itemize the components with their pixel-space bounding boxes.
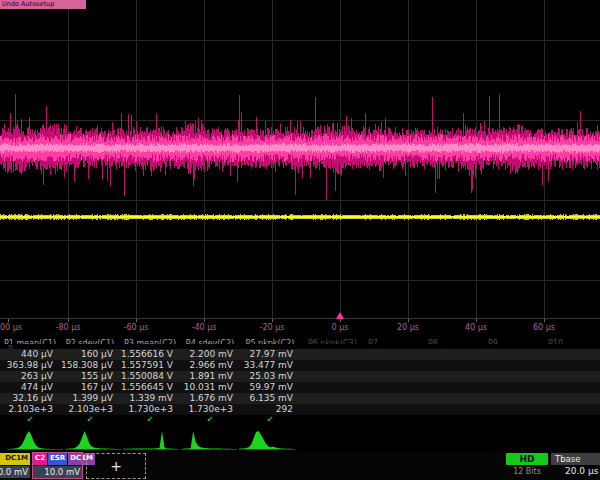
- c1-vertical-scale: 10.0 mV: [0, 466, 30, 478]
- measurement-stat-row: 363.98 µV158.308 µV1.557591 V2.966 mV33.…: [0, 360, 600, 371]
- histicon-thumbnail[interactable]: [239, 429, 295, 451]
- measurement-value: [540, 393, 600, 404]
- measurement-value: [420, 349, 480, 360]
- measurement-status-check: ✔: [240, 415, 300, 425]
- measurement-value: 158.308 µV: [60, 360, 120, 371]
- measurement-status-check: [300, 415, 360, 425]
- measurement-stat-row: 2.103e+32.103e+31.730e+31.730e+3292: [0, 404, 600, 415]
- measurement-header-inactive[interactable]: P8: [420, 338, 480, 344]
- c2-esr-badge: ESR: [48, 453, 67, 465]
- measurement-value: 160 µV: [60, 349, 120, 360]
- timebase-scale: 20.0 µs: [551, 465, 600, 477]
- histicon-thumbnail[interactable]: [7, 429, 63, 451]
- measurement-status-check: [360, 415, 420, 425]
- measurement-header-inactive[interactable]: P6 pkpk(C3): [300, 338, 360, 344]
- axis-tick-label: -20 µs: [260, 323, 285, 332]
- measurement-value: [300, 404, 360, 415]
- histicon-row: [0, 428, 600, 452]
- measurement-value: [480, 349, 540, 360]
- measurement-value: 2.103e+3: [60, 404, 120, 415]
- undo-autosetup-button[interactable]: Undo Autosetup: [0, 0, 86, 9]
- measurement-value: [480, 360, 540, 371]
- measurement-value: [360, 371, 420, 382]
- status-bar: DC1M 10.0 mV C2 ESR DC1M 10.0 mV + HD 12…: [0, 452, 600, 480]
- measurement-value: 25.03 mV: [240, 371, 300, 382]
- measurement-value: 2.966 mV: [180, 360, 240, 371]
- measurement-value: 1.556616 V: [120, 349, 180, 360]
- c2-vertical-scale: 10.0 mV: [33, 466, 82, 478]
- measurement-value: [300, 382, 360, 393]
- add-trace-button[interactable]: +: [86, 453, 146, 479]
- timebase-descriptor[interactable]: Tbase 20.0 µs: [551, 453, 600, 478]
- measurement-status-check: ✔: [180, 415, 240, 425]
- measurement-stat-row: 263 µV155 µV1.550084 V1.891 mV25.03 mV: [0, 371, 600, 382]
- waveform-traces: [0, 0, 600, 318]
- oscilloscope-screen: Undo Autosetup 00 µs-80 µs-60 µs-40 µs-2…: [0, 0, 600, 480]
- measurement-value: 1.339 mV: [120, 393, 180, 404]
- axis-tick-label: 40 µs: [465, 323, 487, 332]
- axis-tick-label: 00 µs: [0, 323, 22, 332]
- measurement-value: [480, 371, 540, 382]
- axis-tick: [340, 319, 341, 322]
- channel-c1-descriptor[interactable]: DC1M 10.0 mV: [0, 453, 30, 478]
- measurement-status-check: [540, 415, 600, 425]
- measurement-value: 6.135 mV: [240, 393, 300, 404]
- measurement-value: 1.730e+3: [120, 404, 180, 415]
- measurement-value: [360, 382, 420, 393]
- axis-tick: [544, 319, 545, 322]
- measurement-value: 155 µV: [60, 371, 120, 382]
- measurement-value: [300, 371, 360, 382]
- measurement-header-inactive[interactable]: P10: [540, 338, 600, 344]
- measurement-header-inactive[interactable]: P7: [360, 338, 420, 344]
- measurement-value: [360, 393, 420, 404]
- measurement-status-check: ✔: [120, 415, 180, 425]
- measurement-header[interactable]: P4 sdev(C2): [180, 338, 240, 344]
- measurement-status-check: ✔: [60, 415, 120, 425]
- timebase-axis: 00 µs-80 µs-60 µs-40 µs-20 µs0 µs20 µs40…: [0, 318, 600, 339]
- measurement-value: [420, 404, 480, 415]
- acquisition-mode: HD 12 Bits: [506, 453, 548, 477]
- measurement-value: 33.477 mV: [240, 360, 300, 371]
- measurement-status-check: [480, 415, 540, 425]
- measurement-value: 1.557591 V: [120, 360, 180, 371]
- measurement-value: [480, 382, 540, 393]
- timebase-title: Tbase: [551, 453, 600, 465]
- axis-tick-label: 60 µs: [533, 323, 555, 332]
- axis-tick: [408, 319, 409, 322]
- measurement-value: [360, 360, 420, 371]
- channel-c2-descriptor[interactable]: C2 ESR DC1M 10.0 mV: [33, 453, 82, 478]
- measurement-header[interactable]: P2 sdev(C1): [60, 338, 120, 344]
- measurement-header-inactive[interactable]: P9: [480, 338, 540, 344]
- axis-tick-label: 20 µs: [397, 323, 419, 332]
- measurement-value: 59.97 mV: [240, 382, 300, 393]
- measurement-value: 263 µV: [0, 371, 60, 382]
- histicon-thumbnail[interactable]: [181, 429, 237, 451]
- measurement-status-check: [420, 415, 480, 425]
- measurement-header[interactable]: P3 mean(C2): [120, 338, 180, 344]
- measurement-stat-row: 440 µV160 µV1.556616 V2.200 mV27.97 mV: [0, 349, 600, 360]
- measurement-value: 2.103e+3: [0, 404, 60, 415]
- measurement-value: [480, 404, 540, 415]
- waveform-grid: Undo Autosetup: [0, 0, 600, 318]
- histicon-thumbnail[interactable]: [65, 429, 121, 451]
- measurement-value: [300, 360, 360, 371]
- measurement-value: 32.16 µV: [0, 393, 60, 404]
- axis-tick-label: -80 µs: [56, 323, 81, 332]
- measurement-header[interactable]: P5 pkpk(C2): [240, 338, 300, 344]
- measurement-value: [540, 349, 600, 360]
- trigger-position-marker[interactable]: [336, 312, 344, 319]
- axis-tick-label: -40 µs: [192, 323, 217, 332]
- axis-tick-label: 0 µs: [332, 323, 349, 332]
- histicon-thumbnail[interactable]: [123, 429, 179, 451]
- hd-mode-badge[interactable]: HD: [506, 453, 548, 465]
- c1-coupling-badge: DC1M: [0, 453, 30, 465]
- axis-tick: [476, 319, 477, 322]
- measurement-value: 474 µV: [0, 382, 60, 393]
- axis-tick: [136, 319, 137, 322]
- measurement-value: [420, 382, 480, 393]
- measurement-value: 363.98 µV: [0, 360, 60, 371]
- measurement-value: [480, 393, 540, 404]
- axis-tick: [68, 319, 69, 322]
- measurement-value: [360, 404, 420, 415]
- axis-tick: [8, 319, 9, 322]
